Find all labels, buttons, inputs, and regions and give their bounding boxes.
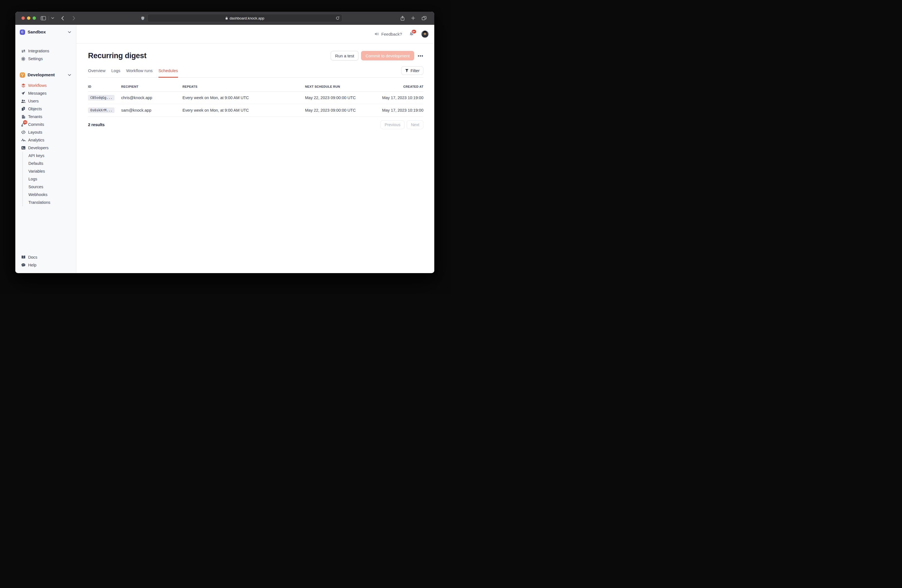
new-tab-icon[interactable] (411, 16, 415, 20)
sidebar-item-settings[interactable]: Settings (20, 55, 73, 63)
sidebar-subitem-variables[interactable]: Variables (28, 167, 73, 175)
notifications-button[interactable]: 9+ (409, 31, 414, 36)
address-bar[interactable]: dashboard.knock.app (147, 14, 342, 22)
next-page-button[interactable]: Next (407, 120, 423, 129)
feedback-button[interactable]: Feedback? (374, 32, 402, 36)
cell-id: CB5odqGg... (88, 95, 121, 100)
notification-count-badge: 9+ (411, 29, 417, 34)
sidebar-item-help[interactable]: Help (20, 261, 73, 269)
sidebar-item-label: Commits (28, 122, 44, 127)
cell-repeats: Every week on Mon, at 9:00 AM UTC (182, 95, 305, 100)
page-actions: Run a test Commit to development ••• (330, 51, 423, 60)
app-topbar: Feedback? 9+ (76, 25, 434, 44)
sidebar-item-label: Layouts (28, 130, 42, 134)
sidebar-subitem-label: Logs (28, 177, 37, 181)
sidebar-item-label: Integrations (28, 49, 49, 53)
tab-workflow-runs[interactable]: Workflow runs (126, 68, 153, 77)
sidebar-item-commits[interactable]: 10 Commits (20, 120, 73, 128)
tab-logs[interactable]: Logs (111, 68, 121, 77)
sidebar-item-label: Settings (28, 56, 42, 61)
desktop-background: dashboard.knock.app C Sandbox (0, 0, 451, 294)
chevron-down-icon (68, 31, 71, 33)
sidebar-subitem-translations[interactable]: Translations (28, 199, 73, 206)
main-area: Feedback? 9+ Recurring digest Run a test… (76, 25, 434, 273)
sidebar-subitem-defaults[interactable]: Defaults (28, 160, 73, 167)
sidebar-item-tenants[interactable]: Tenants (20, 113, 73, 120)
avatar[interactable] (421, 30, 429, 38)
sidebar-subitem-sources[interactable]: Sources (28, 183, 73, 191)
sidebar-item-integrations[interactable]: Integrations (20, 47, 73, 55)
column-header-recipient: RECIPIENT (121, 85, 182, 88)
developers-subnav: API keys Defaults Variables Logs Sources… (22, 152, 73, 206)
sidebar-subitem-api-keys[interactable]: API keys (28, 152, 73, 160)
workspace-switcher[interactable]: C Sandbox (20, 28, 73, 36)
cell-created-at: May 17, 2023 10:19:00 (375, 95, 423, 100)
lock-icon (226, 16, 228, 20)
minimize-window-button[interactable] (27, 16, 30, 20)
sidebar-item-label: Messages (28, 91, 47, 95)
browser-window: dashboard.knock.app C Sandbox (15, 12, 434, 273)
cell-recipient: sam@knock.app (121, 108, 182, 113)
paper-plane-icon (21, 91, 26, 95)
cell-id: Os6skXrM... (88, 108, 121, 113)
traffic-lights (15, 16, 39, 20)
column-header-next-schedule-run: NEXT SCHEDULE RUN (305, 85, 375, 88)
environment-logo (20, 72, 25, 78)
app-frame: C Sandbox Integrations Settings (15, 25, 434, 273)
tab-overview-icon[interactable] (422, 16, 426, 20)
sidebar-item-docs[interactable]: Docs (20, 253, 73, 261)
sidebar-subitem-label: Defaults (28, 161, 43, 166)
sidebar-item-label: Docs (28, 255, 37, 260)
sidebar-subitem-label: API keys (28, 153, 44, 158)
tab-overview[interactable]: Overview (88, 68, 106, 77)
sidebar-item-analytics[interactable]: Analytics (20, 136, 73, 144)
schedule-id-pill: CB5odqGg... (88, 95, 114, 100)
back-icon[interactable] (60, 15, 66, 22)
tab-schedules[interactable]: Schedules (158, 68, 178, 78)
sidebar-chevron-down-icon[interactable] (49, 16, 56, 20)
table-header-row: ID RECIPIENT REPEATS NEXT SCHEDULE RUN C… (88, 85, 423, 92)
zoom-window-button[interactable] (33, 16, 36, 20)
close-window-button[interactable] (22, 16, 25, 20)
sidebar-item-label: Objects (28, 106, 42, 111)
forward-icon[interactable] (71, 15, 77, 22)
reload-icon[interactable] (336, 16, 340, 20)
sidebar-item-objects[interactable]: Objects (20, 105, 73, 113)
workflows-icon (21, 83, 26, 88)
cell-next-schedule-run: May 22, 2023 09:00:00 UTC (305, 95, 375, 100)
run-a-test-button[interactable]: Run a test (330, 51, 359, 60)
workspace-nav: Integrations Settings (20, 47, 73, 63)
schedule-id-pill: Os6skXrM... (88, 108, 114, 113)
sidebar-item-developers[interactable]: Developers (20, 144, 73, 152)
column-header-created-at: CREATED AT (375, 85, 423, 88)
table-row[interactable]: CB5odqGg... chris@knock.app Every week o… (88, 92, 423, 104)
chevron-down-icon (68, 74, 71, 76)
sidebar-subitem-webhooks[interactable]: Webhooks (28, 191, 73, 199)
sidebar-subitem-logs[interactable]: Logs (28, 175, 73, 183)
column-header-repeats: REPEATS (182, 85, 305, 88)
previous-page-button[interactable]: Previous (381, 120, 404, 129)
results-row: 2 results Previous Next (88, 120, 423, 129)
browser-toolbar: dashboard.knock.app (15, 12, 434, 25)
share-icon[interactable] (401, 16, 404, 20)
sidebar-subitem-label: Translations (28, 200, 50, 205)
page-content: Recurring digest Run a test Commit to de… (76, 44, 434, 129)
environment-switcher[interactable]: Development (20, 71, 73, 79)
sidebar-item-messages[interactable]: Messages (20, 89, 73, 97)
commit-to-development-button[interactable]: Commit to development (361, 51, 414, 60)
environment-name: Development (28, 72, 66, 77)
privacy-shield-icon[interactable] (141, 16, 144, 20)
more-options-icon[interactable]: ••• (418, 53, 423, 58)
sidebar-item-users[interactable]: Users (20, 97, 73, 105)
filter-button[interactable]: Filter (401, 66, 423, 75)
sidebar-item-label: Workflows (28, 83, 47, 88)
documents-icon (21, 106, 26, 111)
table-row[interactable]: Os6skXrM... sam@knock.app Every week on … (88, 104, 423, 117)
page-title: Recurring digest (88, 52, 147, 60)
results-count: 2 results (88, 122, 105, 127)
sidebar-item-layouts[interactable]: Layouts (20, 128, 73, 136)
url-text: dashboard.knock.app (230, 16, 264, 20)
toggle-sidebar-icon[interactable] (39, 15, 48, 22)
environment-nav: Workflows Messages Users (20, 81, 73, 152)
sidebar-item-workflows[interactable]: Workflows (20, 81, 73, 89)
